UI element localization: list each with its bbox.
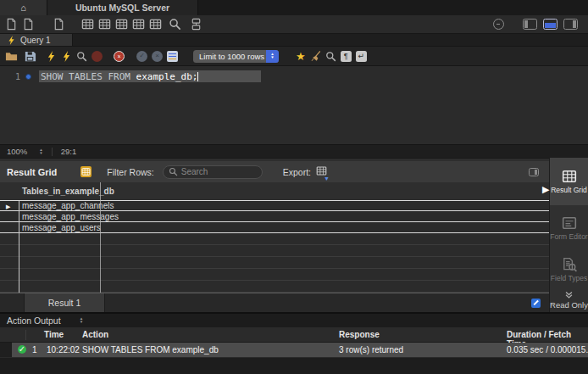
editor-line-1[interactable]: 1 SHOW TABLES FROM example_db; xyxy=(0,70,588,82)
new-sql-tab-button[interactable] xyxy=(5,18,18,31)
toggle-autocommit-icon[interactable] xyxy=(167,51,178,62)
table-row[interactable]: message_app_users xyxy=(0,222,549,233)
export-arrow-glyph: ▼ xyxy=(324,176,330,181)
execute-current-statement-icon[interactable] xyxy=(61,51,72,62)
open-script-icon[interactable] xyxy=(5,50,18,63)
result-grid-title: Result Grid xyxy=(7,167,57,177)
output-empty-area xyxy=(0,357,588,374)
sql-keywords: SHOW TABLES FROM xyxy=(41,71,136,82)
search-table-data-button[interactable] xyxy=(169,18,181,31)
connection-tab[interactable]: Ubuntu MySQL Server xyxy=(47,0,198,15)
cell-value: message_app_messages xyxy=(22,212,119,221)
column-header-response[interactable]: Response xyxy=(339,330,380,339)
result-tab-bar: Result 1 xyxy=(0,293,549,312)
column-header-action[interactable]: Action xyxy=(82,330,108,339)
tab-result-1[interactable]: Result 1 xyxy=(24,293,105,312)
current-statement-highlight: SHOW TABLES FROM example_db; xyxy=(39,70,261,82)
gutter-divider xyxy=(19,201,19,293)
chevron-double-down-icon xyxy=(564,290,574,299)
output-stepper-down-glyph: ▼ xyxy=(80,321,83,324)
sidebar-item-label: Result Grid xyxy=(551,187,587,194)
output-selector-stepper-icon[interactable]: ▲ ▼ xyxy=(80,317,83,324)
main-toolbar xyxy=(0,15,588,34)
output-column-headers: Time Action Response Duration / Fetch Ti… xyxy=(0,327,588,343)
sidebar-item-field-types[interactable]: Field Types xyxy=(550,251,588,288)
rollback-transaction-icon: × xyxy=(152,51,163,62)
open-sql-file-button[interactable] xyxy=(22,18,35,31)
zoom-level: 100% xyxy=(7,147,27,156)
query-tab-bar: Query 1 xyxy=(0,34,588,47)
sql-editor[interactable]: 1 SHOW TABLES FROM example_db; xyxy=(0,66,588,144)
status-divider xyxy=(52,148,53,156)
sidebar-item-form-editor[interactable]: Form Editor xyxy=(550,205,588,251)
wrap-glyph: ↵ xyxy=(358,52,364,60)
toggle-right-sidebar-button[interactable] xyxy=(563,19,578,30)
row-response: 3 row(s) returned xyxy=(339,345,403,354)
row-index: 1 xyxy=(32,345,37,354)
sidebar-item-result-grid[interactable]: Result Grid xyxy=(550,158,588,205)
sidebar-expand-button[interactable] xyxy=(550,288,588,300)
beautify-sql-icon[interactable]: ★ xyxy=(296,51,306,62)
result-view-sidebar: ▶ Result Grid Form Editor Field Types Re… xyxy=(549,158,588,312)
home-tab[interactable]: ⌂ xyxy=(0,0,47,15)
bolt-icon xyxy=(7,36,16,45)
tab-query-1[interactable]: Query 1 xyxy=(0,34,73,46)
stop-query-icon xyxy=(92,51,103,62)
show-invisibles-icon[interactable]: ¶ xyxy=(341,51,352,62)
toggle-output-area-button[interactable] xyxy=(543,19,557,30)
limit-rows-value: Limit to 1000 rows xyxy=(193,52,266,61)
read-only-label: Read Only xyxy=(550,300,588,312)
filter-search-box[interactable] xyxy=(163,165,263,179)
read-only-icon xyxy=(531,299,541,308)
result-area: Result Grid Filter Rows: Export: ▼ Table… xyxy=(0,158,588,312)
column-divider[interactable] xyxy=(100,182,101,293)
field-types-icon xyxy=(562,257,577,272)
editor-status-bar: 100% ▲ ▼ 29:1 xyxy=(0,144,588,158)
column-header-time[interactable]: Time xyxy=(44,330,64,339)
toggle-stop-on-error-icon[interactable]: × xyxy=(114,51,125,62)
zoom-down-glyph: ▼ xyxy=(39,152,42,155)
output-log-row[interactable]: ✓ 1 10:22:02 SHOW TABLES FROM example_db… xyxy=(0,343,588,357)
titlebar-spacer xyxy=(198,0,588,15)
explain-query-icon[interactable] xyxy=(76,51,87,62)
create-view-button[interactable] xyxy=(98,18,111,31)
find-icon[interactable] xyxy=(325,51,336,62)
filter-search-input[interactable] xyxy=(181,167,257,176)
execute-query-icon[interactable] xyxy=(46,51,57,62)
table-row[interactable]: message_app_messages xyxy=(0,211,549,222)
table-row[interactable]: message_app_channels xyxy=(0,200,549,211)
toggle-left-sidebar-button[interactable] xyxy=(523,19,537,30)
zoom-stepper-icon[interactable]: ▲ ▼ xyxy=(39,148,42,155)
commit-transaction-icon: ✓ xyxy=(136,51,147,62)
editor-gutter: 1 xyxy=(0,72,39,81)
commit-glyph: ✓ xyxy=(139,53,145,59)
line-number: 1 xyxy=(0,72,20,81)
create-object-button[interactable] xyxy=(149,18,162,31)
column-header[interactable]: Tables_in_example_db xyxy=(0,187,114,196)
result-tab-label: Result 1 xyxy=(48,298,81,308)
limit-rows-dropdown[interactable]: Limit to 1000 rows ▲ ▼ xyxy=(193,50,279,63)
create-schema-button[interactable] xyxy=(53,18,65,31)
form-editor-icon xyxy=(562,215,577,231)
export-recordset-icon[interactable]: ▼ xyxy=(316,165,327,180)
result-grid-table: Tables_in_example_db message_app_channel… xyxy=(0,182,549,293)
create-function-button[interactable] xyxy=(132,18,145,31)
title-tab-bar: ⌂ Ubuntu MySQL Server xyxy=(0,0,588,15)
save-script-icon[interactable] xyxy=(24,50,36,63)
grid-options-icon[interactable] xyxy=(80,166,92,177)
collapse-pointer-icon[interactable]: ▶ xyxy=(542,185,549,194)
success-check-icon: ✓ xyxy=(18,345,26,354)
connection-tab-label: Ubuntu MySQL Server xyxy=(75,3,169,13)
action-output-title: Action Output xyxy=(7,315,61,326)
create-procedure-button[interactable] xyxy=(115,18,128,31)
wrap-text-icon[interactable]: ↵ xyxy=(356,51,367,62)
empty-row xyxy=(0,281,549,293)
clean-up-sql-icon[interactable] xyxy=(310,51,321,62)
pilcrow-glyph: ¶ xyxy=(344,52,348,60)
toggle-grid-panel-icon[interactable] xyxy=(529,168,539,176)
row-action: SHOW TABLES FROM example_db xyxy=(82,345,219,354)
create-table-button[interactable] xyxy=(81,18,94,31)
empty-row xyxy=(0,269,549,281)
rollback-glyph: × xyxy=(155,53,159,59)
reconnect-dbms-button[interactable] xyxy=(190,18,202,31)
